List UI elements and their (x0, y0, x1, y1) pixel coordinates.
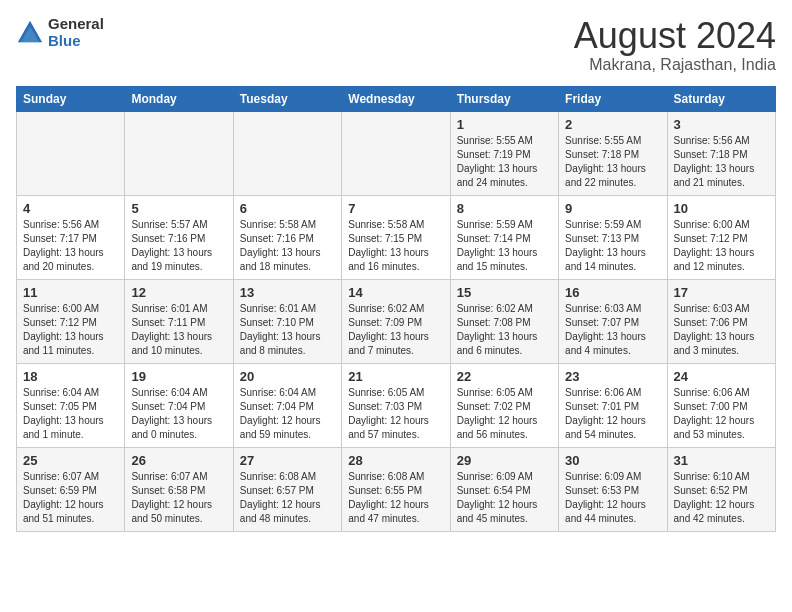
day-info: Sunrise: 6:03 AM Sunset: 7:06 PM Dayligh… (674, 302, 769, 358)
weekday-header: Saturday (667, 86, 775, 111)
calendar-cell: 24Sunrise: 6:06 AM Sunset: 7:00 PM Dayli… (667, 363, 775, 447)
logo-text: General Blue (48, 16, 104, 49)
day-info: Sunrise: 6:08 AM Sunset: 6:55 PM Dayligh… (348, 470, 443, 526)
calendar-cell: 6Sunrise: 5:58 AM Sunset: 7:16 PM Daylig… (233, 195, 341, 279)
day-info: Sunrise: 6:00 AM Sunset: 7:12 PM Dayligh… (23, 302, 118, 358)
calendar-body: 1Sunrise: 5:55 AM Sunset: 7:19 PM Daylig… (17, 111, 776, 531)
day-number: 27 (240, 453, 335, 468)
calendar-cell: 13Sunrise: 6:01 AM Sunset: 7:10 PM Dayli… (233, 279, 341, 363)
calendar-cell: 5Sunrise: 5:57 AM Sunset: 7:16 PM Daylig… (125, 195, 233, 279)
calendar-cell: 10Sunrise: 6:00 AM Sunset: 7:12 PM Dayli… (667, 195, 775, 279)
day-number: 28 (348, 453, 443, 468)
calendar-cell: 22Sunrise: 6:05 AM Sunset: 7:02 PM Dayli… (450, 363, 558, 447)
weekday-header: Thursday (450, 86, 558, 111)
day-number: 25 (23, 453, 118, 468)
day-info: Sunrise: 6:02 AM Sunset: 7:09 PM Dayligh… (348, 302, 443, 358)
calendar-cell: 16Sunrise: 6:03 AM Sunset: 7:07 PM Dayli… (559, 279, 667, 363)
calendar-cell: 2Sunrise: 5:55 AM Sunset: 7:18 PM Daylig… (559, 111, 667, 195)
calendar-week-row: 1Sunrise: 5:55 AM Sunset: 7:19 PM Daylig… (17, 111, 776, 195)
day-number: 16 (565, 285, 660, 300)
day-number: 15 (457, 285, 552, 300)
day-number: 3 (674, 117, 769, 132)
calendar-header: SundayMondayTuesdayWednesdayThursdayFrid… (17, 86, 776, 111)
calendar-cell: 3Sunrise: 5:56 AM Sunset: 7:18 PM Daylig… (667, 111, 775, 195)
weekday-header: Wednesday (342, 86, 450, 111)
subtitle: Makrana, Rajasthan, India (574, 56, 776, 74)
day-info: Sunrise: 6:04 AM Sunset: 7:04 PM Dayligh… (131, 386, 226, 442)
day-info: Sunrise: 6:04 AM Sunset: 7:05 PM Dayligh… (23, 386, 118, 442)
day-number: 22 (457, 369, 552, 384)
day-number: 13 (240, 285, 335, 300)
calendar-cell: 18Sunrise: 6:04 AM Sunset: 7:05 PM Dayli… (17, 363, 125, 447)
calendar-cell: 27Sunrise: 6:08 AM Sunset: 6:57 PM Dayli… (233, 447, 341, 531)
calendar-table: SundayMondayTuesdayWednesdayThursdayFrid… (16, 86, 776, 532)
calendar-cell (125, 111, 233, 195)
weekday-header: Tuesday (233, 86, 341, 111)
day-number: 20 (240, 369, 335, 384)
calendar-cell: 23Sunrise: 6:06 AM Sunset: 7:01 PM Dayli… (559, 363, 667, 447)
day-number: 9 (565, 201, 660, 216)
calendar-cell (233, 111, 341, 195)
day-info: Sunrise: 6:01 AM Sunset: 7:11 PM Dayligh… (131, 302, 226, 358)
day-info: Sunrise: 5:55 AM Sunset: 7:19 PM Dayligh… (457, 134, 552, 190)
calendar-week-row: 11Sunrise: 6:00 AM Sunset: 7:12 PM Dayli… (17, 279, 776, 363)
day-info: Sunrise: 6:07 AM Sunset: 6:59 PM Dayligh… (23, 470, 118, 526)
day-number: 30 (565, 453, 660, 468)
calendar-cell: 21Sunrise: 6:05 AM Sunset: 7:03 PM Dayli… (342, 363, 450, 447)
logo-general-text: General (48, 16, 104, 33)
day-info: Sunrise: 6:05 AM Sunset: 7:02 PM Dayligh… (457, 386, 552, 442)
day-number: 12 (131, 285, 226, 300)
calendar-week-row: 18Sunrise: 6:04 AM Sunset: 7:05 PM Dayli… (17, 363, 776, 447)
calendar-cell: 4Sunrise: 5:56 AM Sunset: 7:17 PM Daylig… (17, 195, 125, 279)
main-title: August 2024 (574, 16, 776, 56)
calendar-cell: 11Sunrise: 6:00 AM Sunset: 7:12 PM Dayli… (17, 279, 125, 363)
day-info: Sunrise: 5:57 AM Sunset: 7:16 PM Dayligh… (131, 218, 226, 274)
day-info: Sunrise: 6:07 AM Sunset: 6:58 PM Dayligh… (131, 470, 226, 526)
day-info: Sunrise: 6:09 AM Sunset: 6:53 PM Dayligh… (565, 470, 660, 526)
calendar-cell: 12Sunrise: 6:01 AM Sunset: 7:11 PM Dayli… (125, 279, 233, 363)
calendar-cell: 7Sunrise: 5:58 AM Sunset: 7:15 PM Daylig… (342, 195, 450, 279)
calendar-cell (342, 111, 450, 195)
day-number: 21 (348, 369, 443, 384)
day-info: Sunrise: 6:10 AM Sunset: 6:52 PM Dayligh… (674, 470, 769, 526)
day-number: 19 (131, 369, 226, 384)
day-info: Sunrise: 5:55 AM Sunset: 7:18 PM Dayligh… (565, 134, 660, 190)
day-number: 24 (674, 369, 769, 384)
day-info: Sunrise: 6:01 AM Sunset: 7:10 PM Dayligh… (240, 302, 335, 358)
day-number: 4 (23, 201, 118, 216)
day-number: 31 (674, 453, 769, 468)
logo: General Blue (16, 16, 104, 49)
weekday-header: Monday (125, 86, 233, 111)
day-info: Sunrise: 5:58 AM Sunset: 7:16 PM Dayligh… (240, 218, 335, 274)
day-info: Sunrise: 5:59 AM Sunset: 7:13 PM Dayligh… (565, 218, 660, 274)
day-info: Sunrise: 6:08 AM Sunset: 6:57 PM Dayligh… (240, 470, 335, 526)
calendar-cell: 19Sunrise: 6:04 AM Sunset: 7:04 PM Dayli… (125, 363, 233, 447)
calendar-cell: 17Sunrise: 6:03 AM Sunset: 7:06 PM Dayli… (667, 279, 775, 363)
day-number: 6 (240, 201, 335, 216)
day-number: 7 (348, 201, 443, 216)
calendar-cell: 30Sunrise: 6:09 AM Sunset: 6:53 PM Dayli… (559, 447, 667, 531)
header: General Blue August 2024 Makrana, Rajast… (16, 16, 776, 74)
calendar-cell: 25Sunrise: 6:07 AM Sunset: 6:59 PM Dayli… (17, 447, 125, 531)
calendar-cell: 31Sunrise: 6:10 AM Sunset: 6:52 PM Dayli… (667, 447, 775, 531)
day-info: Sunrise: 6:00 AM Sunset: 7:12 PM Dayligh… (674, 218, 769, 274)
day-number: 2 (565, 117, 660, 132)
day-info: Sunrise: 6:04 AM Sunset: 7:04 PM Dayligh… (240, 386, 335, 442)
day-number: 18 (23, 369, 118, 384)
day-info: Sunrise: 6:09 AM Sunset: 6:54 PM Dayligh… (457, 470, 552, 526)
day-info: Sunrise: 6:03 AM Sunset: 7:07 PM Dayligh… (565, 302, 660, 358)
day-info: Sunrise: 6:06 AM Sunset: 7:00 PM Dayligh… (674, 386, 769, 442)
day-info: Sunrise: 6:02 AM Sunset: 7:08 PM Dayligh… (457, 302, 552, 358)
day-info: Sunrise: 5:58 AM Sunset: 7:15 PM Dayligh… (348, 218, 443, 274)
day-number: 5 (131, 201, 226, 216)
calendar-cell: 28Sunrise: 6:08 AM Sunset: 6:55 PM Dayli… (342, 447, 450, 531)
day-number: 8 (457, 201, 552, 216)
day-info: Sunrise: 6:05 AM Sunset: 7:03 PM Dayligh… (348, 386, 443, 442)
calendar-cell: 20Sunrise: 6:04 AM Sunset: 7:04 PM Dayli… (233, 363, 341, 447)
weekday-header: Sunday (17, 86, 125, 111)
day-number: 11 (23, 285, 118, 300)
weekday-row: SundayMondayTuesdayWednesdayThursdayFrid… (17, 86, 776, 111)
title-area: August 2024 Makrana, Rajasthan, India (574, 16, 776, 74)
calendar-week-row: 4Sunrise: 5:56 AM Sunset: 7:17 PM Daylig… (17, 195, 776, 279)
calendar-cell: 26Sunrise: 6:07 AM Sunset: 6:58 PM Dayli… (125, 447, 233, 531)
